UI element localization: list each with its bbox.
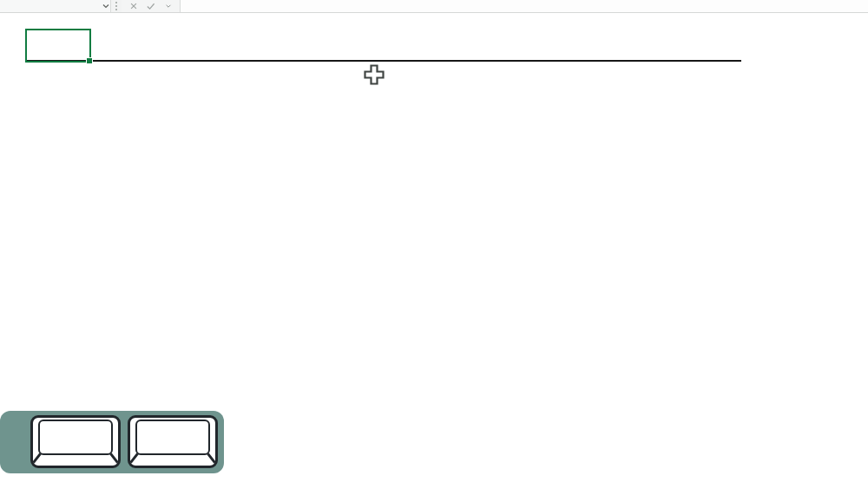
cell-cross-cursor-icon (362, 63, 386, 87)
key-bevel-line (129, 453, 138, 463)
enter-check-icon[interactable] (146, 2, 155, 10)
table-header-border (26, 60, 741, 62)
ctrl-key-graphic (30, 415, 121, 468)
formula-bar[interactable] (181, 0, 868, 12)
fill-handle[interactable] (86, 57, 93, 64)
excel-window (0, 0, 868, 489)
formula-bar-strip (0, 0, 868, 13)
name-box[interactable] (0, 0, 111, 12)
key-bevel-line (207, 453, 215, 463)
namebox-splitter-icon[interactable] (115, 5, 117, 7)
a-key-graphic (128, 415, 218, 468)
formula-buttons (122, 0, 181, 12)
ctrl-a-shortcut-overlay (0, 411, 224, 473)
key-bevel-line (109, 453, 118, 463)
insert-function-icon[interactable] (163, 3, 172, 10)
cancel-icon[interactable] (129, 2, 138, 10)
key-bevel-line (32, 453, 41, 463)
active-cell-selection (25, 29, 91, 63)
name-box-dropdown-icon[interactable] (102, 2, 110, 10)
